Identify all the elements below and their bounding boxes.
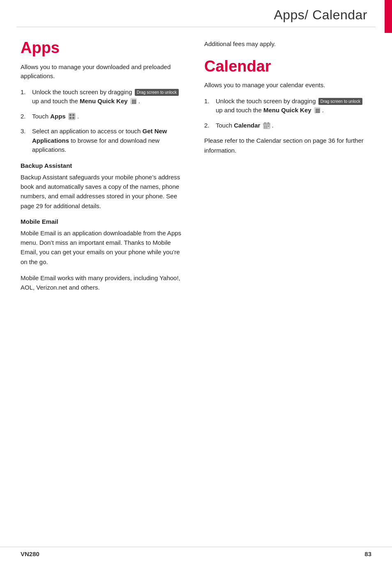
svg-point-21	[318, 110, 320, 111]
svg-point-4	[132, 101, 133, 102]
backup-assistant-heading: Backup Assistant	[21, 162, 188, 169]
svg-rect-29	[264, 126, 265, 127]
cal-step-num-1: 1.	[204, 97, 216, 106]
menu-icon-1	[130, 98, 138, 105]
step-text-1: Unlock the touch screen by dragging Drag…	[32, 88, 188, 106]
svg-point-18	[318, 109, 320, 110]
calendar-title: Calendar	[204, 58, 371, 75]
menu-quick-key-label-1: Menu Quick Key	[80, 97, 128, 104]
additional-fees: Additional fees may apply.	[204, 39, 371, 49]
footer-page: 83	[364, 550, 371, 557]
apps-step-3: 3. Select an application to access or to…	[21, 127, 188, 155]
step-num-3: 3.	[21, 127, 32, 136]
svg-point-2	[133, 100, 134, 101]
calendar-bold-label: Calendar	[234, 122, 260, 129]
calendar-icon	[263, 122, 271, 130]
svg-rect-31	[268, 126, 269, 127]
get-new-apps-label: Get New Applications	[32, 128, 167, 144]
apps-step-2: 2. Touch Apps .	[21, 112, 188, 121]
svg-point-19	[316, 110, 317, 111]
svg-point-7	[132, 102, 133, 104]
svg-rect-30	[266, 126, 267, 127]
mobile-email-heading: Mobile Email	[21, 218, 188, 225]
svg-point-22	[316, 111, 317, 113]
svg-rect-28	[268, 122, 269, 124]
svg-point-8	[133, 102, 134, 104]
page-footer: VN280 83	[0, 547, 392, 564]
apps-icon	[68, 113, 76, 121]
calendar-step-1: 1. Unlock the touch screen by dragging D…	[204, 97, 371, 115]
cal-step-text-1: Unlock the touch screen by dragging Drag…	[216, 97, 371, 115]
right-column: Additional fees may apply. Calendar Allo…	[204, 39, 371, 299]
cal-step-text-2: Touch Calendar .	[216, 121, 371, 130]
calendar-intro: Allows you to manage your calendar event…	[204, 81, 371, 90]
mobile-email-body2: Mobile Email works with many providers, …	[21, 273, 188, 292]
svg-rect-33	[266, 127, 267, 128]
svg-rect-11	[69, 114, 71, 116]
svg-point-6	[135, 101, 136, 102]
backup-assistant-body: Backup Assistant safeguards your mobile …	[21, 172, 188, 211]
svg-point-17	[317, 109, 318, 110]
mobile-email-body1: Mobile Email is an application downloada…	[21, 228, 188, 267]
svg-point-20	[317, 110, 318, 111]
svg-rect-12	[72, 114, 74, 116]
svg-point-5	[133, 101, 134, 102]
page-header: Apps/ Calendar	[0, 0, 392, 27]
step-text-3: Select an application to access or touch…	[32, 127, 188, 155]
apps-title: Apps	[21, 39, 188, 57]
header-title: Apps/ Calendar	[274, 7, 392, 23]
svg-point-16	[316, 109, 317, 110]
drag-badge-1: Drag screen to unlock	[135, 89, 179, 96]
drag-badge-cal-1: Drag screen to unlock	[318, 98, 362, 105]
svg-rect-32	[264, 127, 265, 128]
menu-icon-cal-1	[314, 107, 321, 114]
apps-bold-label: Apps	[50, 113, 66, 120]
step-num-1: 1.	[21, 88, 32, 97]
svg-rect-26	[263, 123, 270, 125]
calendar-refer-note: Please refer to the Calendar section on …	[204, 136, 371, 155]
header-accent-bar	[385, 0, 392, 33]
apps-intro: Allows you to manage your downloaded and…	[21, 63, 188, 81]
svg-point-23	[317, 111, 318, 113]
step-text-2: Touch Apps .	[32, 112, 188, 121]
calendar-step-2: 2. Touch Calendar .	[204, 121, 371, 130]
svg-point-9	[135, 102, 136, 104]
left-column: Apps Allows you to manage your downloade…	[21, 39, 188, 299]
cal-step-num-2: 2.	[204, 121, 216, 130]
svg-point-24	[318, 111, 320, 113]
svg-point-3	[135, 100, 136, 101]
apps-step-1: 1. Unlock the touch screen by dragging D…	[21, 88, 188, 106]
step-num-2: 2.	[21, 112, 32, 121]
svg-point-1	[132, 100, 133, 101]
content-wrapper: Apps Allows you to manage your downloade…	[0, 27, 392, 311]
cal-menu-quick-key-label: Menu Quick Key	[263, 107, 311, 114]
svg-rect-27	[265, 122, 265, 124]
svg-rect-14	[72, 117, 74, 119]
footer-model: VN280	[21, 550, 39, 557]
svg-rect-13	[69, 117, 71, 119]
